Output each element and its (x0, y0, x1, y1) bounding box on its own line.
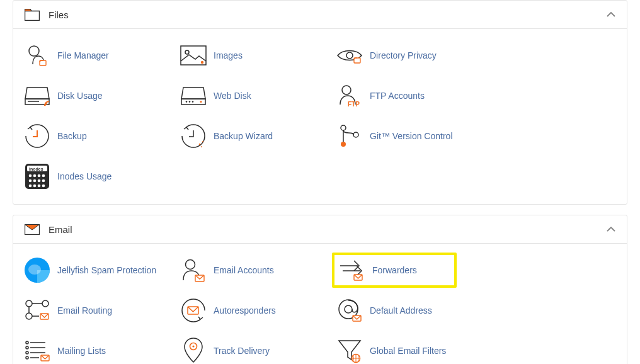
svg-point-60 (26, 351, 28, 354)
svg-point-58 (26, 346, 28, 349)
svg-point-13 (189, 101, 191, 103)
svg-point-56 (26, 341, 28, 344)
item-track-delivery[interactable]: Track Delivery (173, 331, 329, 364)
item-git[interactable]: Git™ Version Control (329, 116, 486, 156)
svg-point-37 (29, 185, 32, 188)
svg-point-54 (345, 305, 352, 313)
inodes-icon: inodes (23, 162, 51, 190)
item-default-address[interactable]: Default Address (329, 290, 486, 331)
chevron-up-icon (607, 227, 615, 232)
global-filters-icon (336, 337, 363, 364)
file-manager-icon (23, 42, 51, 69)
svg-point-34 (33, 179, 37, 183)
item-label: Directory Privacy (370, 50, 437, 60)
item-backup-wizard[interactable]: Backup Wizard (173, 116, 329, 156)
item-disk-usage[interactable]: Disk Usage (17, 76, 173, 116)
svg-point-32 (42, 174, 45, 178)
item-label: Global Email Filters (370, 346, 446, 356)
chevron-up-icon (607, 12, 615, 18)
item-label: FTP Accounts (370, 91, 425, 101)
panel-files-header[interactable]: Files (13, 1, 627, 29)
forwarders-icon (338, 256, 366, 284)
item-web-disk[interactable]: Web Disk (173, 76, 329, 116)
item-email-accounts[interactable]: Email Accounts (173, 250, 329, 290)
track-delivery-icon (180, 337, 207, 364)
default-address-icon (336, 297, 363, 324)
svg-point-30 (33, 174, 37, 178)
svg-point-66 (192, 345, 194, 347)
item-label: Email Routing (57, 305, 112, 316)
svg-text:inodes: inodes (29, 167, 43, 171)
item-backup[interactable]: Backup (17, 116, 173, 156)
item-inodes[interactable]: inodes Inodes Usage (17, 156, 173, 196)
web-disk-icon (180, 82, 207, 110)
panel-files: Files File Manager (13, 0, 627, 205)
svg-point-6 (346, 52, 353, 59)
svg-point-12 (186, 101, 188, 103)
item-mailing-lists[interactable]: Mailing Lists (17, 331, 173, 364)
item-autoresponders[interactable]: Autoresponders (173, 290, 329, 331)
item-label: Track Delivery (214, 346, 270, 356)
item-label: Git™ Version Control (370, 131, 453, 141)
item-forwarders[interactable]: Forwarders (329, 250, 486, 290)
envelope-icon (25, 223, 41, 236)
panel-email-title: Email (49, 224, 607, 235)
svg-point-4 (185, 50, 189, 54)
svg-point-35 (38, 179, 41, 183)
disk-usage-icon (23, 82, 51, 110)
svg-point-15 (200, 101, 202, 103)
item-images[interactable]: Images (173, 35, 329, 76)
item-label: Inodes Usage (57, 171, 111, 181)
svg-point-39 (38, 185, 41, 188)
item-label: Forwarders (372, 265, 417, 275)
email-routing-icon (23, 297, 51, 324)
mailing-lists-icon (23, 337, 51, 364)
svg-point-5 (201, 61, 203, 64)
item-label: Disk Usage (57, 91, 103, 101)
item-global-filters[interactable]: Global Email Filters (329, 331, 486, 364)
svg-point-62 (26, 356, 28, 359)
images-icon (180, 42, 207, 69)
item-label: Backup Wizard (214, 131, 273, 141)
item-email-routing[interactable]: Email Routing (17, 290, 173, 331)
svg-point-31 (38, 174, 41, 178)
svg-rect-0 (25, 11, 40, 20)
item-directory-privacy[interactable]: Directory Privacy (329, 35, 486, 76)
svg-point-23 (341, 125, 346, 130)
item-label: File Manager (57, 50, 109, 60)
svg-point-47 (26, 300, 32, 307)
svg-point-20 (199, 144, 201, 145)
svg-point-48 (42, 300, 49, 307)
item-jellyfish[interactable]: Jellyfish Spam Protection (17, 250, 173, 290)
svg-point-36 (42, 179, 45, 183)
backup-icon (23, 122, 51, 150)
highlight-forwarders: Forwarders (332, 253, 457, 288)
panel-email: Email Jellyfish Spam Protection (13, 215, 627, 364)
svg-point-29 (29, 174, 32, 178)
item-label: Jellyfish Spam Protection (57, 265, 156, 275)
jellyfish-icon (23, 256, 51, 284)
item-label: Email Accounts (214, 265, 274, 275)
svg-point-24 (353, 132, 358, 137)
item-label: Images (214, 50, 243, 60)
item-ftp-accounts[interactable]: FTP FTP Accounts (329, 76, 486, 116)
panel-files-title: Files (49, 9, 607, 20)
git-icon (336, 122, 363, 150)
svg-point-38 (33, 185, 37, 188)
svg-point-21 (202, 141, 203, 142)
panel-files-body: File Manager Images (13, 29, 627, 204)
svg-point-22 (201, 146, 202, 147)
folder-icon (25, 8, 41, 21)
svg-point-25 (341, 142, 346, 147)
email-accounts-icon (180, 256, 207, 284)
ftp-accounts-icon: FTP (336, 82, 363, 110)
item-file-manager[interactable]: File Manager (17, 35, 173, 76)
svg-point-16 (342, 86, 351, 94)
svg-point-44 (186, 260, 195, 270)
item-label: Mailing Lists (57, 346, 106, 356)
item-label: Backup (57, 131, 87, 141)
panel-email-body: Jellyfish Spam Protection Email Accounts (13, 244, 627, 364)
svg-point-33 (29, 179, 32, 183)
svg-point-1 (29, 46, 39, 56)
panel-email-header[interactable]: Email (13, 215, 627, 244)
